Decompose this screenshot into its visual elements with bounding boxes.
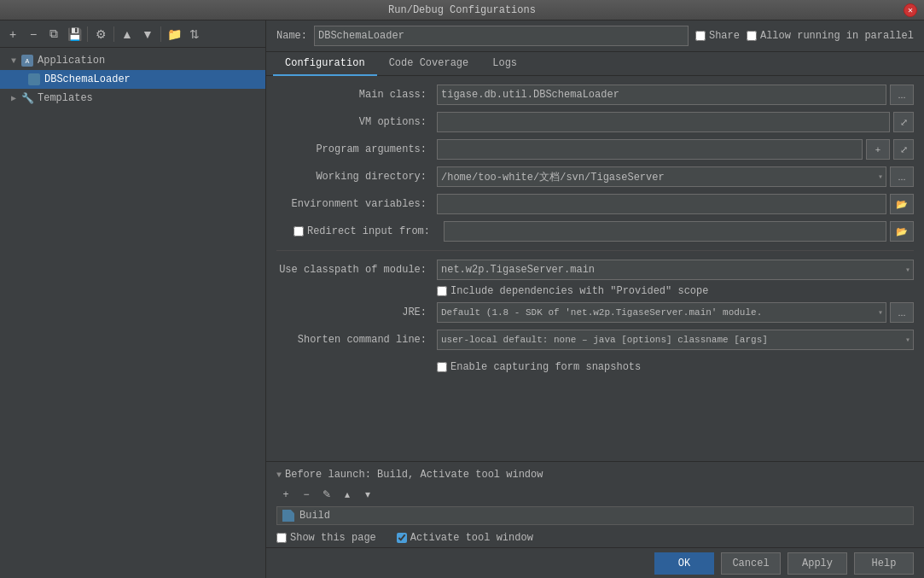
share-checkbox[interactable] [695,31,706,41]
build-label: Build [299,510,330,522]
before-launch-down-button[interactable]: ▾ [358,486,377,503]
tab-logs[interactable]: Logs [480,52,529,76]
main-class-input[interactable] [437,85,886,105]
help-button[interactable]: Help [854,552,914,575]
before-launch-collapse-arrow[interactable]: ▼ [276,470,282,480]
config-body: Main class: ... VM options: ⤢ Program ar… [266,76,924,461]
activate-window-checkbox-label[interactable]: Activate tool window [397,532,533,544]
redirect-input[interactable] [444,221,886,242]
parallel-checkbox[interactable] [747,31,757,41]
redirect-checkbox[interactable] [293,226,304,236]
remove-config-button[interactable]: − [24,25,43,44]
before-launch-remove-button[interactable]: − [297,486,316,503]
jre-select[interactable]: Default (1.8 - SDK of 'net.w2p.TigaseSer… [437,302,886,323]
program-args-expand-button[interactable]: ⤢ [893,139,914,160]
tree-item-templates[interactable]: ▶ 🔧 Templates [0,89,265,108]
include-deps-checkbox-label[interactable]: Include dependencies with "Provided" sco… [437,285,708,297]
tree-item-application[interactable]: ▼ A Application [0,51,265,70]
redirect-label-area: Redirect input from: [276,225,430,237]
move-down-button[interactable]: ▼ [138,25,157,44]
shorten-cmd-row: Shorten command line: user-local default… [276,328,914,352]
before-launch-section: ▼ Before launch: Build, Activate tool wi… [266,461,924,528]
main-class-browse-button[interactable]: ... [890,85,914,105]
toolbar-separator-2 [113,26,114,42]
tree-item-dbschemaloader[interactable]: DBSchemaLoader [0,70,265,89]
working-dir-input[interactable] [437,166,886,187]
right-panel: Name: Share Allow running in parallel Co… [266,20,924,578]
jre-browse-button[interactable]: ... [890,302,914,323]
enable-capture-checkbox[interactable] [437,362,447,372]
include-deps-checkbox[interactable] [437,286,447,296]
section-divider [276,250,914,251]
shorten-cmd-label: Shorten command line: [276,334,430,346]
before-launch-edit-button[interactable]: ✎ [317,486,336,503]
before-launch-up-button[interactable]: ▴ [338,486,357,503]
shorten-cmd-select[interactable]: user-local default: none – java [options… [437,330,914,350]
env-vars-wrap: 📂 [437,194,914,214]
tree-label-application: Application [38,55,105,67]
before-launch-add-button[interactable]: + [276,486,295,503]
left-panel: + − ⧉ 💾 ⚙ ▲ ▼ 📁 ⇅ ▼ A Application [0,20,266,578]
classpath-label: Use classpath of module: [276,264,430,276]
name-row: Name: Share Allow running in parallel [266,20,924,52]
app-type-icon: A [20,54,34,67]
working-dir-label: Working directory: [276,171,430,183]
tab-code-coverage[interactable]: Code Coverage [377,52,481,76]
close-button[interactable]: ✕ [904,3,917,17]
title-bar-title: Run/Debug Configurations [20,4,904,16]
build-icon [282,510,294,522]
cancel-button[interactable]: Cancel [721,552,781,575]
working-dir-browse-button[interactable]: ... [890,166,914,187]
sort-button[interactable]: ⇅ [185,25,204,44]
tree-label-dbschemaloader: DBSchemaLoader [44,73,131,85]
vm-options-expand-button[interactable]: ⤢ [893,112,914,132]
classpath-select[interactable]: net.w2p.TigaseServer.main [437,260,914,280]
main-container: + − ⧉ 💾 ⚙ ▲ ▼ 📁 ⇅ ▼ A Application [0,20,924,578]
folder-button[interactable]: 📁 [165,25,183,44]
activate-window-checkbox[interactable] [397,533,407,543]
name-input[interactable] [314,26,689,46]
classpath-wrap: net.w2p.TigaseServer.main ▾ [437,260,914,280]
include-deps-row: Include dependencies with "Provided" sco… [276,285,914,297]
working-dir-wrap: ▾ ... [437,166,914,187]
redirect-browse-button[interactable]: 📂 [890,221,914,242]
title-bar: Run/Debug Configurations ✕ [0,0,924,20]
env-vars-browse-button[interactable]: 📂 [890,194,914,214]
show-page-checkbox-label[interactable]: Show this page [276,532,376,544]
jre-wrap: Default (1.8 - SDK of 'net.w2p.TigaseSer… [437,302,914,323]
bottom-bar: OK Cancel Apply Help [266,547,924,578]
tree-label-templates: Templates [38,92,93,104]
expand-icon-application[interactable]: ▼ [7,54,20,67]
redirect-wrap: 📂 [444,221,914,242]
shorten-cmd-wrap: user-local default: none – java [options… [437,330,914,350]
show-page-row: Show this page Activate tool window [266,528,924,547]
env-vars-label: Environment variables: [276,198,430,210]
toolbar: + − ⧉ 💾 ⚙ ▲ ▼ 📁 ⇅ [0,20,265,48]
add-config-button[interactable]: + [3,25,22,44]
share-checkbox-label[interactable]: Share [695,30,740,42]
classpath-row: Use classpath of module: net.w2p.TigaseS… [276,258,914,282]
name-label: Name: [276,30,307,42]
enable-capture-checkbox-label[interactable]: Enable capturing form snapshots [437,361,641,373]
env-vars-input[interactable] [437,194,886,214]
config-icon-dbschema [27,73,41,86]
enable-capture-row: Enable capturing form snapshots [276,355,914,379]
copy-config-button[interactable]: ⧉ [44,25,63,44]
tab-configuration[interactable]: Configuration [273,52,377,76]
vm-options-row: VM options: ⤢ [276,110,914,134]
apply-button[interactable]: Apply [787,552,847,575]
redirect-checkbox-label[interactable]: Redirect input from: [293,225,430,237]
show-page-checkbox[interactable] [276,533,287,543]
build-item: Build [276,506,914,525]
ok-button[interactable]: OK [654,552,714,575]
move-up-button[interactable]: ▲ [118,25,137,44]
program-args-add-button[interactable]: + [866,139,890,160]
vm-options-input[interactable] [437,112,890,132]
parallel-checkbox-label[interactable]: Allow running in parallel [747,30,914,42]
expand-icon-templates[interactable]: ▶ [7,91,20,105]
show-page-label: Show this page [290,532,376,544]
settings-button[interactable]: ⚙ [91,25,110,44]
save-config-button[interactable]: 💾 [65,25,84,44]
tree-area: ▼ A Application DBSchemaLoader ▶ 🔧 Templ [0,48,265,578]
program-args-input[interactable] [437,139,863,160]
